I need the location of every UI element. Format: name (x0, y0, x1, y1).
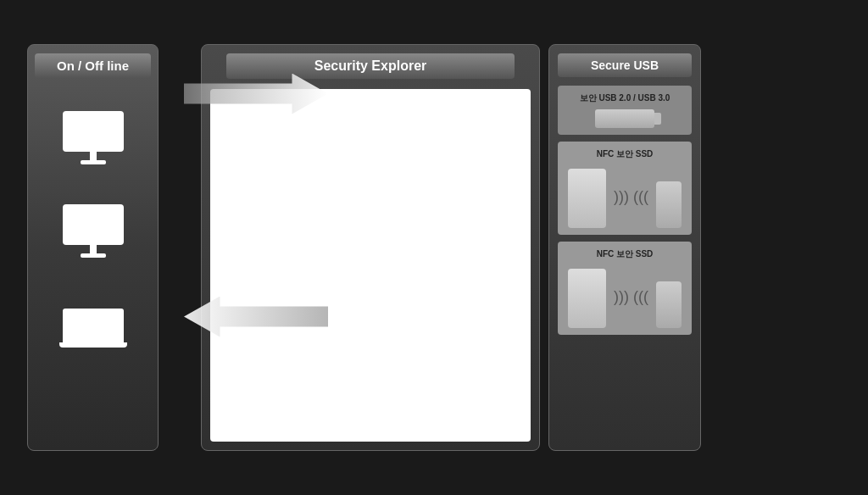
monitor-stand-1 (90, 152, 97, 160)
usb-card: 보안 USB 2.0 / USB 3.0 (558, 86, 692, 135)
right-panel-header: Secure USB (558, 53, 692, 77)
feature-read-only: Read Only (215, 131, 296, 150)
left-panel-header: On / Off line (35, 53, 152, 78)
main-container: On / Off line (27, 27, 841, 468)
device-desktop2 (51, 197, 136, 264)
monitor-body-1 (63, 111, 124, 152)
monitor-base-1 (81, 160, 106, 164)
nfc-signal-1-icon: ))) ((( (614, 188, 648, 206)
feature-write: Write (215, 149, 296, 168)
monitor-body-2 (63, 204, 124, 245)
feature-delete: Delete (215, 205, 296, 224)
usb-card-label: 보안 USB 2.0 / USB 3.0 (580, 92, 670, 104)
nfc-card-2: NFC 보안 SSD ))) ((( (558, 242, 692, 335)
nfc-device-right-2 (656, 281, 682, 328)
left-panel: On / Off line (27, 44, 159, 451)
nfc-device-right-1 (656, 181, 682, 228)
feature-save: Save (215, 168, 296, 186)
monitor-base-2 (81, 253, 106, 258)
nfc-card-2-label: NFC 보안 SSD (565, 248, 685, 260)
device-desktop1 (51, 103, 136, 171)
nfc-devices-1: ))) ((( (565, 165, 685, 228)
nfc-signal-2-icon: ))) ((( (614, 288, 648, 306)
feature-save-as: Save As (215, 186, 296, 205)
feature-copy-paste: Copy & Paste (215, 224, 296, 242)
nfc-device-left-1 (568, 169, 606, 228)
layout: On / Off line (27, 27, 841, 468)
laptop-screen (63, 309, 124, 342)
nfc-device-left-2 (568, 269, 606, 328)
feature-list: Read Only Write Save Save As Delete Copy… (215, 131, 296, 280)
device-laptop (51, 294, 136, 362)
right-panel: Secure USB 보안 USB 2.0 / USB 3.0 NFC 보안 S… (548, 44, 701, 451)
overlay-area: Read Only Write Save Save As Delete Copy… (163, 27, 349, 434)
feature-screen-capture: Screen Capture (215, 261, 296, 280)
arrow-to-right-icon (184, 74, 328, 114)
nfc-card-1: NFC 보안 SSD ))) ((( (558, 142, 692, 235)
usb-stick-icon (595, 109, 654, 128)
feature-print: Print (215, 242, 296, 261)
arrow-to-left-icon (184, 297, 328, 337)
nfc-devices-2: ))) ((( (565, 265, 685, 328)
nfc-card-1-label: NFC 보안 SSD (565, 148, 685, 160)
laptop-keyboard (59, 342, 127, 348)
monitor-stand-2 (90, 245, 97, 253)
